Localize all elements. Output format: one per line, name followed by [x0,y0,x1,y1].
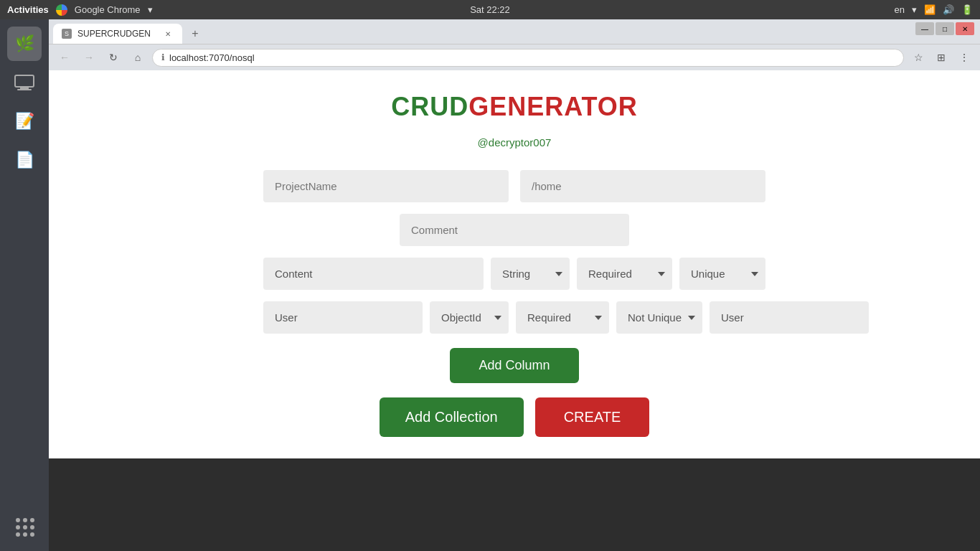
svg-rect-1 [20,87,29,89]
address-info-icon: ℹ [161,52,165,62]
browser-chevron[interactable]: ▾ [148,4,153,15]
dot [16,518,20,522]
forward-button[interactable]: → [79,47,99,67]
add-collection-button[interactable]: Add Collection [380,397,524,437]
locale-chevron[interactable]: ▾ [912,4,917,15]
create-button[interactable]: CREATE [535,397,650,437]
window-controls: — □ ✕ [910,19,980,38]
topbar-left: Activities Google Chrome ▾ [7,4,153,16]
chrome-icon [56,4,67,16]
new-tab-button[interactable]: + [185,24,205,44]
close-button[interactable]: ✕ [956,22,974,35]
sidebar-app-icon-3[interactable]: 📄 [7,143,42,177]
dot [16,525,20,529]
action-row: Add Collection CREATE [380,397,650,437]
sidebar-app-icon-0[interactable]: 🌿 [7,27,42,61]
nav-right-icons: ☆ ⊞ ⋮ [908,47,974,67]
title-generator: GENERATOR [468,92,638,121]
dot [30,518,34,522]
os-sidebar: 🌿 📝 📄 [0,19,49,551]
volume-icon: 🔊 [943,4,954,15]
content-column-row: String Number Boolean ObjectId Date Requ… [263,258,765,290]
topbar-center: Sat 22:22 [470,4,510,15]
content-required-select[interactable]: Required Not Required [577,258,672,290]
page-content: CRUDGENERATOR @decryptor007 String Numbe… [49,70,980,458]
wifi-icon: 📶 [924,4,936,15]
subtitle: @decryptor007 [478,136,552,149]
tab-close-button[interactable]: ✕ [162,28,174,39]
path-input[interactable] [520,170,765,202]
project-name-input[interactable] [263,170,509,202]
user-name-input[interactable] [263,301,423,334]
title-crud: CRUD [391,92,468,121]
user-ref-input[interactable] [710,301,869,334]
activities-button[interactable]: Activities [7,4,49,15]
address-text: localhost:7070/nosql [169,52,255,63]
maximize-button[interactable]: □ [936,22,954,35]
dot [23,532,27,537]
user-unique-select[interactable]: Unique Not Unique [616,301,702,334]
sidebar-app-icon-1[interactable] [7,65,42,100]
home-button[interactable]: ⌂ [128,47,148,67]
address-bar[interactable]: ℹ localhost:7070/nosql [152,49,904,67]
back-button[interactable]: ← [55,47,75,67]
battery-icon: 🔋 [961,4,973,15]
sidebar-bottom [7,509,42,544]
form-section: String Number Boolean ObjectId Date Requ… [263,170,765,437]
dot [30,525,34,529]
minimize-button[interactable]: — [915,22,934,35]
reload-button[interactable]: ↻ [103,47,123,67]
sidebar-app-icon-2[interactable]: 📝 [7,104,42,138]
browser-tab[interactable]: S SUPERCRUDGEN ✕ [53,24,182,44]
bookmark-button[interactable]: ☆ [908,47,928,67]
topbar-right: en ▾ 📶 🔊 🔋 [895,4,973,15]
svg-rect-0 [15,75,34,87]
content-name-input[interactable] [263,258,484,290]
datetime-label: Sat 22:22 [470,4,510,15]
os-topbar: Activities Google Chrome ▾ Sat 22:22 en … [0,0,980,19]
svg-rect-2 [17,89,32,90]
dot [30,532,34,537]
project-row [263,170,765,202]
locale-label: en [895,4,905,15]
user-type-select[interactable]: String Number Boolean ObjectId Date [430,301,509,334]
user-required-select[interactable]: Required Not Required [516,301,609,334]
content-unique-select[interactable]: Unique Not Unique [679,258,765,290]
browser-chrome: S SUPERCRUDGEN ✕ + — □ ✕ ← → ↻ ⌂ ℹ local… [49,19,980,70]
extensions-button[interactable]: ⊞ [931,47,951,67]
dot [16,532,20,537]
menu-button[interactable]: ⋮ [954,47,974,67]
tab-title: SUPERCRUDGEN [77,29,151,39]
app-grid-button[interactable] [7,509,42,544]
content-type-select[interactable]: String Number Boolean ObjectId Date [491,258,570,290]
dot [23,525,27,529]
browser-name-label: Google Chrome [75,4,141,15]
tab-bar: S SUPERCRUDGEN ✕ + [49,19,980,44]
browser-window: S SUPERCRUDGEN ✕ + — □ ✕ ← → ↻ ⌂ ℹ local… [49,19,980,551]
user-column-row: String Number Boolean ObjectId Date Requ… [263,301,765,334]
app-title: CRUDGENERATOR [391,92,638,122]
comment-input[interactable] [400,214,629,246]
dot [23,518,27,522]
add-column-button[interactable]: Add Column [450,348,578,383]
nav-bar: ← → ↻ ⌂ ℹ localhost:7070/nosql ☆ ⊞ ⋮ [49,44,980,70]
tab-favicon: S [62,29,72,39]
